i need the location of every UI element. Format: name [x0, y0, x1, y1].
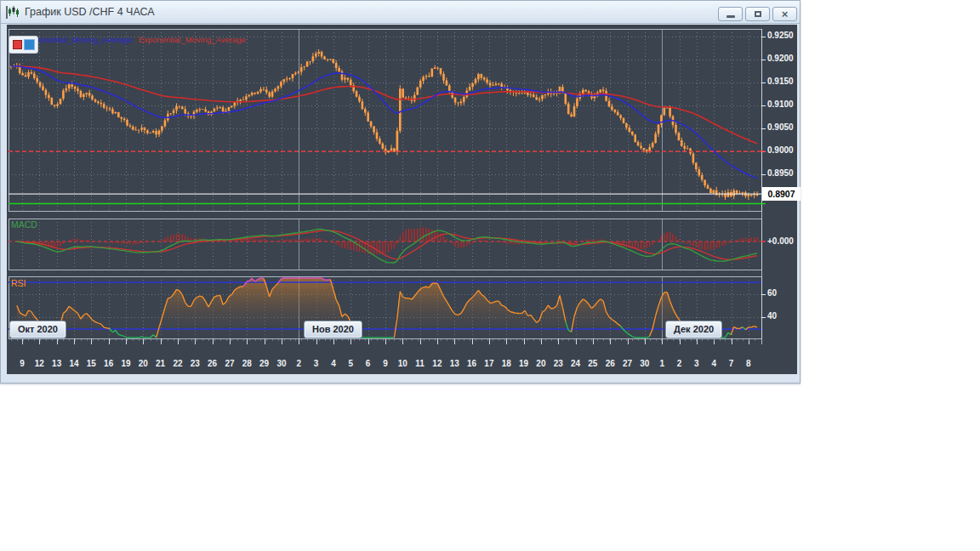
- day-label: 26: [208, 359, 217, 368]
- day-label: 19: [519, 359, 528, 368]
- month-badge: Дек 2020: [665, 321, 722, 338]
- month-badge: Окт 2020: [9, 321, 66, 338]
- toolbox-red-button[interactable]: [13, 40, 22, 49]
- day-label: 10: [398, 359, 407, 368]
- day-label: 4: [711, 359, 716, 368]
- macd-zero-label: +0.000: [767, 236, 794, 246]
- price-axis-label: 0.9200: [767, 54, 794, 63]
- indicator-toolbox: [9, 36, 38, 54]
- indicator-legend: Exponential_Moving_Average Exponential_M…: [25, 35, 246, 44]
- day-label: 13: [52, 359, 61, 368]
- day-label: 20: [536, 359, 545, 368]
- day-label: 3: [314, 359, 319, 368]
- day-label: 2: [296, 359, 301, 368]
- legend-ema-slow: Exponential_Moving_Average: [139, 35, 246, 44]
- day-label: 12: [35, 359, 44, 368]
- rsi-scale-label: 60: [767, 288, 777, 298]
- day-label: 30: [276, 359, 286, 368]
- day-label: 27: [225, 359, 234, 368]
- day-label: 23: [191, 359, 200, 368]
- day-label: 9: [20, 359, 25, 368]
- day-label: 2: [677, 359, 682, 368]
- month-badge: Нов 2020: [304, 321, 362, 338]
- day-label: 1: [659, 359, 664, 368]
- day-label: 23: [554, 359, 563, 368]
- day-label: 30: [640, 359, 649, 368]
- day-label: 6: [366, 359, 371, 368]
- legend-ema-fast: Exponential_Moving_Average: [25, 35, 132, 44]
- day-label: 14: [69, 359, 78, 368]
- day-label: 17: [484, 359, 493, 368]
- day-label: 16: [104, 359, 113, 368]
- chart-window: График USD /CHF 4 ЧАСА × Exponential_Mov…: [0, 0, 801, 383]
- day-label: 5: [348, 359, 353, 368]
- day-label: 19: [121, 359, 130, 368]
- day-label: 18: [502, 359, 511, 368]
- day-label: 22: [173, 359, 182, 368]
- day-label: 20: [139, 359, 148, 368]
- rsi-scale-label: 40: [767, 311, 777, 321]
- macd-label: MACD: [11, 219, 37, 230]
- price-axis-label: 0.9000: [767, 145, 794, 155]
- price-axis-label: 0.9050: [767, 122, 794, 132]
- day-label: 11: [415, 359, 424, 368]
- day-label: 7: [729, 359, 734, 368]
- chart-plot-area[interactable]: Exponential_Moving_Average Exponential_M…: [1, 1, 801, 384]
- day-label: 28: [242, 359, 252, 368]
- day-label: 26: [606, 359, 615, 368]
- price-axis-label: 0.8950: [767, 168, 794, 178]
- day-label: 8: [746, 359, 751, 368]
- day-label: 9: [383, 359, 388, 368]
- price-axis-label: 0.9150: [767, 77, 794, 86]
- price-axis-label: 0.9250: [767, 31, 794, 40]
- day-label: 25: [588, 359, 597, 368]
- day-label: 15: [87, 359, 96, 368]
- price-axis-label: 0.9100: [767, 99, 794, 109]
- day-label: 21: [156, 359, 165, 368]
- day-label: 3: [694, 359, 699, 368]
- day-label: 24: [571, 359, 580, 368]
- day-label: 16: [467, 359, 476, 368]
- day-label: 29: [259, 359, 269, 368]
- day-label: 12: [432, 359, 442, 368]
- day-label: 13: [450, 359, 459, 368]
- day-label: 4: [331, 359, 336, 368]
- rsi-label: RSI: [11, 278, 26, 288]
- toolbox-blue-button[interactable]: [24, 39, 35, 50]
- current-price-box: 0.8907: [762, 187, 801, 201]
- day-label: 27: [623, 359, 632, 368]
